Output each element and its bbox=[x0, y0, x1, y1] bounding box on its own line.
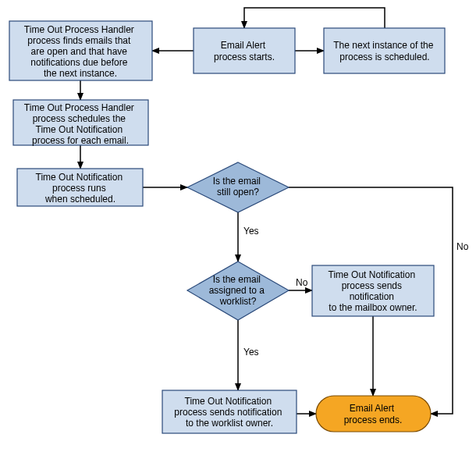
svg-text:Is the email
      still open?: Is the email still open? bbox=[213, 176, 264, 198]
node-scheduleeach: Time Out Process Handler process schedul… bbox=[13, 100, 148, 146]
node-decision-worklist: Is the email assigned to a worklist? bbox=[187, 262, 289, 320]
node-schedule: The next instance of the process is sche… bbox=[324, 28, 445, 73]
node-worklist: Time Out Notification process sends noti… bbox=[162, 390, 297, 433]
edge-d1-yes-label: Yes bbox=[243, 226, 259, 237]
svg-rect-18 bbox=[316, 396, 431, 432]
node-start: Email Alert process starts. bbox=[194, 28, 295, 73]
svg-text:The next instance of the
     : The next instance of the process is sche… bbox=[333, 40, 435, 62]
svg-text:Time Out Notification
      pr: Time Out Notification process sends noti… bbox=[174, 396, 284, 429]
node-runs: Time Out Notification process runs when … bbox=[17, 169, 143, 206]
svg-text:Email Alert
      process star: Email Alert process starts. bbox=[214, 40, 275, 62]
flowchart-canvas: Yes No No Yes Email Alert process starts… bbox=[0, 0, 476, 452]
edge-d2-yes-label: Yes bbox=[243, 347, 259, 358]
svg-rect-2 bbox=[324, 28, 445, 73]
edge-d1-no-label: No bbox=[456, 241, 469, 252]
node-end: Email Alert process ends. bbox=[316, 396, 431, 432]
node-find: Time Out Process Handler process finds e… bbox=[9, 21, 152, 80]
svg-text:Time Out Process Handler
     : Time Out Process Handler process schedul… bbox=[24, 102, 137, 146]
edge-d2-no-label: No bbox=[296, 277, 308, 288]
svg-text:Email Alert
      process ends: Email Alert process ends. bbox=[344, 403, 403, 425]
node-mailbox: Time Out Notification process sends noti… bbox=[312, 265, 434, 316]
node-decision-open: Is the email still open? bbox=[187, 162, 289, 212]
edge-schedule-to-start bbox=[244, 8, 385, 28]
svg-rect-0 bbox=[194, 28, 295, 73]
